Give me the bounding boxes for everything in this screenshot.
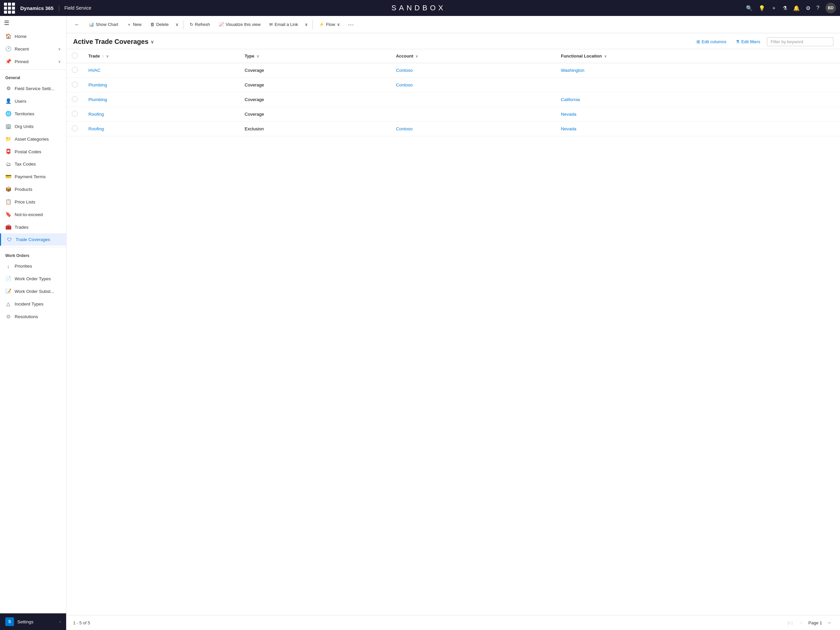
tax-codes-icon: 🗂: [5, 161, 11, 167]
filter-icon[interactable]: ⚗: [783, 5, 787, 11]
sidebar-item-trade-coverages[interactable]: 🛡 Trade Coverages: [0, 233, 66, 246]
trade-link-1[interactable]: Plumbing: [88, 82, 107, 87]
row-checkbox-3[interactable]: [72, 111, 78, 117]
trade-link-2[interactable]: Plumbing: [88, 97, 107, 102]
sidebar-field-service-settings-label: Field Service Setti...: [14, 86, 55, 91]
chart-icon: 📊: [89, 22, 94, 27]
sidebar-recent-label: Recent: [14, 46, 29, 52]
sidebar-item-not-to-exceed[interactable]: 🔖 Not-to-exceed: [0, 208, 66, 221]
lightbulb-icon[interactable]: 💡: [759, 5, 765, 11]
sidebar-item-price-lists[interactable]: 📋 Price Lists: [0, 195, 66, 208]
type-header-label: Type: [245, 54, 254, 59]
brand-separator: |: [58, 5, 60, 12]
delete-button[interactable]: 🗑 Delete: [147, 20, 172, 29]
edit-filters-button[interactable]: ⚗ Edit filters: [733, 38, 763, 46]
type-cell-4: Exclusion: [239, 122, 391, 136]
help-icon[interactable]: ?: [816, 5, 819, 11]
sidebar-item-postal-codes[interactable]: 📮 Postal Codes: [0, 145, 66, 158]
table-row: Plumbing Coverage California: [66, 92, 840, 107]
edit-columns-button[interactable]: ⊞ Edit columns: [694, 38, 729, 46]
sidebar-item-work-order-subst[interactable]: 📝 Work Order Subst...: [0, 285, 66, 298]
sidebar-item-field-service-settings[interactable]: ⚙ Field Service Setti...: [0, 82, 66, 95]
sidebar-item-tax-codes[interactable]: 🗂 Tax Codes: [0, 158, 66, 170]
functional-location-link-0[interactable]: Washington: [561, 68, 584, 73]
filter-keyword-input[interactable]: [767, 37, 833, 46]
sidebar-item-territories[interactable]: 🌐 Territories: [0, 108, 66, 120]
trade-coverages-table: Trade ↑ ∨ Type ∨ Account ∨: [66, 49, 840, 136]
user-avatar[interactable]: BD: [826, 3, 836, 13]
trade-link-4[interactable]: Roofing: [88, 126, 104, 131]
select-all-checkbox[interactable]: [72, 52, 78, 59]
flow-icon: ⚡: [319, 22, 324, 27]
account-link-1[interactable]: Contoso: [396, 82, 413, 87]
sidebar-item-resolutions[interactable]: ⊙ Resolutions: [0, 310, 66, 323]
prev-page-button[interactable]: ←: [797, 619, 806, 627]
new-button[interactable]: ＋ New: [123, 19, 145, 30]
sidebar-item-incident-types[interactable]: △ Incident Types: [0, 298, 66, 310]
sidebar-item-trades[interactable]: 🧰 Trades: [0, 221, 66, 233]
sidebar-item-recent[interactable]: 🕐 Recent ∨: [0, 43, 66, 55]
recent-chevron-icon: ∨: [58, 47, 61, 51]
app-grid-menu[interactable]: [4, 3, 15, 14]
sidebar-item-payment-terms[interactable]: 💳 Payment Terms: [0, 170, 66, 183]
sidebar-asset-categories-label: Asset Categories: [14, 137, 49, 142]
sidebar-header[interactable]: ☰: [0, 16, 66, 30]
functional-location-link-4[interactable]: Nevada: [561, 126, 576, 131]
sidebar-item-users[interactable]: 👤 Users: [0, 95, 66, 108]
flow-button[interactable]: ⚡ Flow ∨: [315, 20, 344, 29]
hamburger-icon[interactable]: ☰: [4, 19, 9, 27]
sidebar-item-products[interactable]: 📦 Products: [0, 183, 66, 195]
app-name[interactable]: Field Service: [65, 5, 92, 11]
delete-dropdown-button[interactable]: ∨: [174, 20, 180, 29]
row-checkbox-1[interactable]: [72, 81, 78, 87]
refresh-button[interactable]: ↻ Refresh: [186, 20, 214, 29]
functional-location-link-3[interactable]: Nevada: [561, 112, 576, 117]
show-chart-button[interactable]: 📊 Show Chart: [85, 20, 122, 29]
first-page-button[interactable]: |◁: [785, 619, 794, 627]
email-link-button[interactable]: ✉ Email a Link: [265, 20, 302, 29]
sidebar-home-label: Home: [14, 34, 27, 39]
row-checkbox-4[interactable]: [72, 125, 78, 131]
visualize-view-button[interactable]: 📈 Visualize this view: [215, 20, 264, 29]
sidebar-settings-item[interactable]: S Settings ›: [0, 613, 66, 630]
sidebar-priorities-label: Priorities: [14, 264, 32, 269]
functional-location-column-header[interactable]: Functional Location ∨: [556, 49, 840, 63]
sidebar-item-asset-categories[interactable]: 📁 Asset Categories: [0, 133, 66, 145]
trade-column-header[interactable]: Trade ↑ ∨: [83, 49, 239, 63]
trade-link-3[interactable]: Roofing: [88, 112, 104, 117]
account-cell-3: [391, 107, 556, 122]
add-icon[interactable]: ＋: [771, 5, 777, 12]
sidebar-postal-codes-label: Postal Codes: [14, 149, 41, 154]
settings-label: Settings: [17, 619, 33, 624]
trade-cell-4: Roofing: [83, 122, 239, 136]
sidebar-item-work-order-types[interactable]: 📄 Work Order Types: [0, 272, 66, 285]
sidebar-item-priorities[interactable]: ↓ Priorities: [0, 260, 66, 272]
sidebar-trades-label: Trades: [14, 225, 28, 230]
sidebar-resolutions-label: Resolutions: [14, 314, 38, 319]
account-link-4[interactable]: Contoso: [396, 126, 413, 131]
type-col-chevron-icon: ∨: [257, 54, 259, 58]
bell-icon[interactable]: 🔔: [793, 5, 800, 11]
back-button[interactable]: ←: [72, 20, 82, 30]
view-title-chevron-icon[interactable]: ∨: [150, 39, 154, 44]
brand-name[interactable]: Dynamics 365: [20, 5, 54, 11]
sidebar-item-pinned[interactable]: 📌 Pinned ∨: [0, 55, 66, 68]
settings-icon[interactable]: ⚙: [806, 5, 810, 11]
search-icon[interactable]: 🔍: [746, 5, 753, 11]
functional-location-header-label: Functional Location: [561, 54, 602, 59]
trade-link-0[interactable]: HVAC: [88, 68, 101, 73]
next-page-button[interactable]: →: [825, 619, 833, 627]
edit-filters-icon: ⚗: [736, 39, 740, 44]
sidebar-item-org-units[interactable]: 🏢 Org Units: [0, 120, 66, 133]
email-dropdown-button[interactable]: ∨: [303, 20, 310, 29]
asset-categories-icon: 📁: [5, 136, 11, 142]
account-link-0[interactable]: Contoso: [396, 68, 413, 73]
type-column-header[interactable]: Type ∨: [239, 49, 391, 63]
row-checkbox-2[interactable]: [72, 96, 78, 102]
functional-location-link-2[interactable]: California: [561, 97, 580, 102]
sidebar-item-home[interactable]: 🏠 Home: [0, 30, 66, 43]
account-column-header[interactable]: Account ∨: [391, 49, 556, 63]
work-orders-section-label: Work Orders: [0, 249, 66, 260]
row-checkbox-0[interactable]: [72, 67, 78, 73]
more-options-button[interactable]: ⋯: [345, 19, 357, 30]
